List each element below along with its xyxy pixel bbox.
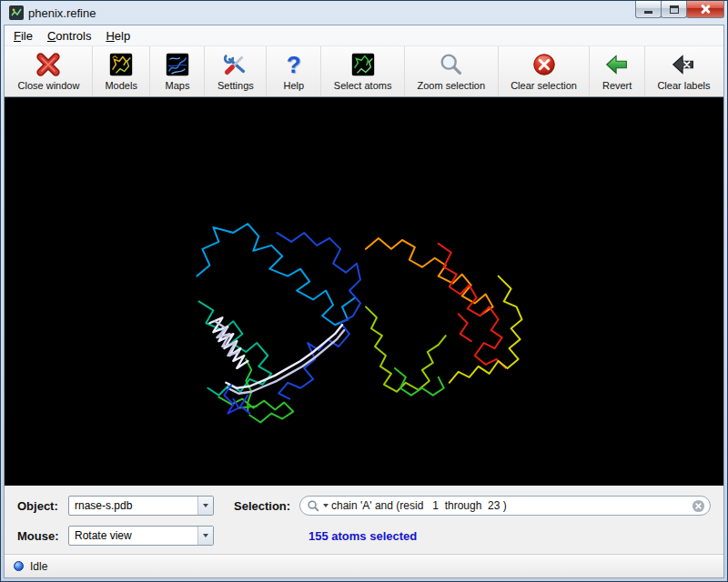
- toolbar-select-atoms[interactable]: Select atoms: [321, 46, 405, 96]
- menu-controls[interactable]: Controls: [40, 25, 98, 45]
- app-icon: [9, 5, 24, 20]
- molecule-viewport[interactable]: [5, 97, 723, 486]
- search-icon[interactable]: [307, 499, 320, 513]
- zoom-selection-icon: [437, 50, 466, 79]
- toolbar-models[interactable]: Models: [93, 46, 151, 96]
- close-icon: [700, 4, 711, 15]
- menu-file-label: File: [14, 29, 33, 43]
- maximize-icon: [670, 5, 679, 14]
- toolbar-label: Help: [283, 80, 304, 91]
- mouse-label: Mouse:: [17, 529, 68, 543]
- revert-icon: [602, 50, 632, 79]
- panel-row-1: Object: rnase-s.pdb Selection:: [17, 495, 711, 517]
- maps-icon: [163, 50, 192, 79]
- status-text: Idle: [30, 560, 47, 573]
- title-bar[interactable]: phenix.refine: [4, 1, 724, 25]
- toolbar-label: Settings: [217, 80, 254, 91]
- toolbar-label: Close window: [18, 80, 80, 91]
- client-area: File Controls Help Close window: [4, 25, 724, 578]
- toolbar-settings[interactable]: Settings: [205, 46, 267, 96]
- menu-help-label: Help: [106, 29, 130, 43]
- title-bar-inner: phenix.refine: [9, 1, 636, 25]
- toolbar-clear-labels[interactable]: Clear labels: [645, 46, 723, 96]
- toolbar-revert[interactable]: Revert: [590, 46, 644, 96]
- toolbar-label: Clear selection: [511, 80, 577, 91]
- menu-bar: File Controls Help: [5, 25, 723, 45]
- object-dropdown-value: rnase-s.pdb: [69, 497, 197, 515]
- toolbar-label: Revert: [602, 80, 632, 91]
- panel-row-2: Mouse: Rotate view 155 atoms selected: [17, 525, 711, 547]
- control-panel: Object: rnase-s.pdb Selection:: [5, 486, 723, 554]
- minimize-icon: [644, 11, 652, 14]
- models-icon: [106, 50, 136, 79]
- toolbar-label: Models: [105, 80, 136, 91]
- menu-controls-label: Controls: [47, 29, 91, 43]
- mouse-dropdown-value: Rotate view: [69, 527, 197, 545]
- help-glyph: ?: [287, 51, 301, 78]
- toolbar-label: Select atoms: [334, 80, 392, 91]
- clear-labels-icon: [669, 50, 698, 79]
- menu-file[interactable]: File: [6, 25, 40, 45]
- toolbar-maps[interactable]: Maps: [150, 46, 205, 96]
- chevron-down-icon: [197, 497, 213, 515]
- window-title: phenix.refine: [28, 6, 96, 20]
- menu-help[interactable]: Help: [98, 25, 137, 45]
- toolbar-help[interactable]: ? Help: [267, 46, 321, 96]
- select-atoms-icon: [349, 50, 378, 79]
- toolbar-zoom-selection[interactable]: Zoom selection: [405, 46, 499, 96]
- search-menu-chevron-icon[interactable]: [323, 504, 329, 507]
- close-button[interactable]: [686, 1, 724, 18]
- clear-selection-icon: [530, 50, 559, 79]
- close-window-icon: [34, 50, 63, 79]
- help-icon: ?: [279, 50, 308, 79]
- toolbar-label: Zoom selection: [417, 80, 485, 91]
- window-controls: [636, 1, 724, 18]
- selection-label: Selection:: [234, 499, 299, 513]
- atoms-selected-text: 155 atoms selected: [308, 529, 417, 543]
- status-bar: Idle: [5, 554, 723, 577]
- toolbar-label: Maps: [166, 80, 190, 91]
- object-label: Object:: [17, 499, 68, 513]
- selection-searchbox: [299, 496, 711, 516]
- status-led-icon: [14, 561, 24, 571]
- mouse-dropdown[interactable]: Rotate view: [68, 526, 214, 546]
- clear-search-icon[interactable]: [692, 499, 705, 513]
- toolbar: Close window Models: [5, 45, 723, 97]
- object-dropdown[interactable]: rnase-s.pdb: [68, 496, 214, 516]
- app-window: phenix.refine File Controls Help: [0, 0, 728, 582]
- toolbar-label: Clear labels: [657, 80, 710, 91]
- maximize-button[interactable]: [661, 1, 687, 18]
- selection-input[interactable]: [331, 499, 689, 512]
- toolbar-close-window[interactable]: Close window: [5, 46, 93, 96]
- toolbar-clear-selection[interactable]: Clear selection: [499, 46, 591, 96]
- chevron-down-icon: [197, 527, 213, 545]
- settings-icon: [221, 50, 250, 79]
- molecule-render: [5, 97, 723, 486]
- minimize-button[interactable]: [635, 1, 662, 18]
